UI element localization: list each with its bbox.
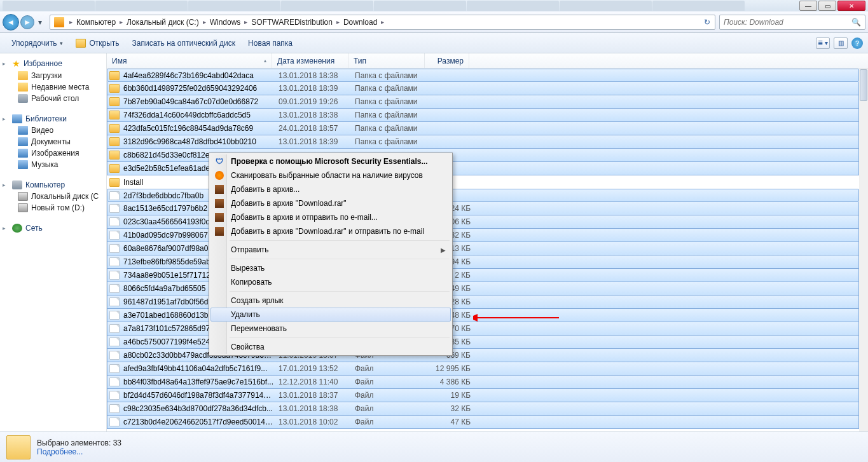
- sidebar-favorites-header[interactable]: ▸★Избранное: [0, 57, 106, 70]
- context-menu-item[interactable]: Удалить: [210, 308, 451, 322]
- sidebar-libraries-header[interactable]: ▸Библиотеки: [0, 113, 106, 125]
- column-name[interactable]: Имя▴: [107, 53, 272, 68]
- close-button[interactable]: ✕: [837, 1, 865, 11]
- new-folder-button[interactable]: Новая папка: [242, 36, 299, 50]
- forward-button[interactable]: ►: [20, 15, 34, 29]
- chevron-right-icon[interactable]: ▸: [334, 18, 342, 25]
- archive-icon: [214, 226, 224, 236]
- status-details-link[interactable]: Подробнее...: [37, 447, 121, 456]
- tab[interactable]: [467, 1, 559, 11]
- chevron-right-icon[interactable]: ▸: [200, 18, 209, 25]
- tab[interactable]: [652, 1, 745, 11]
- file-date: 13.01.2018 10:02: [273, 418, 350, 426]
- sidebar-network-header[interactable]: ▸Сеть: [0, 222, 106, 234]
- context-menu-item[interactable]: Сканировать выбранные области на наличие…: [210, 168, 451, 182]
- file-name: bb84f03fbd48a64a13ffef975ae9c7e1516bf...: [123, 377, 273, 386]
- sidebar-computer-header[interactable]: ▸Компьютер: [0, 179, 106, 191]
- context-menu-item[interactable]: 🛡Проверка с помощью Microsoft Security E…: [210, 154, 451, 168]
- file-row[interactable]: 4af4ea6289f46c73b169c4abd042daca 13.01.2…: [107, 69, 859, 82]
- file-row[interactable]: 74f326dda14c60c449dcbffc6addc5d5 13.01.2…: [107, 109, 859, 122]
- context-menu-item[interactable]: Копировать: [210, 275, 451, 289]
- sidebar-item-music[interactable]: Музыка: [0, 159, 106, 170]
- scrollbar[interactable]: [859, 69, 868, 431]
- minimize-button[interactable]: —: [799, 1, 817, 11]
- tab[interactable]: [3, 1, 95, 11]
- context-menu-item[interactable]: Переименовать: [210, 322, 451, 336]
- view-options-button[interactable]: ≣ ▾: [816, 37, 830, 49]
- file-row[interactable]: bf2d4d457d6046df198a78f3df4a73779142... …: [107, 389, 859, 402]
- sidebar-item-videos[interactable]: Видео: [0, 125, 106, 136]
- file-row[interactable]: bb84f03fbd48a64a13ffef975ae9c7e1516bf...…: [107, 376, 859, 389]
- context-menu-item[interactable]: Свойства: [210, 340, 451, 354]
- file-icon: [109, 217, 120, 226]
- nav-history-dropdown[interactable]: ▾: [36, 14, 45, 31]
- refresh-icon[interactable]: ↻: [701, 16, 713, 29]
- document-icon: [18, 137, 28, 146]
- context-menu-label: Добавить в архив "Download.rar" и отправ…: [231, 227, 424, 236]
- file-date: 13.01.2018 18:38: [273, 404, 350, 413]
- back-button[interactable]: ◄: [3, 14, 19, 31]
- search-icon[interactable]: 🔍: [851, 18, 861, 27]
- file-row[interactable]: 7b87eb90a049ca84a67c07d0e0d66872 09.01.2…: [107, 95, 859, 109]
- status-selected-count: Выбрано элементов: 33: [37, 438, 121, 447]
- file-name: 6bb360d14989725fe02d659043292406: [123, 84, 273, 93]
- file-icon: [109, 244, 120, 253]
- maximize-button[interactable]: ▭: [818, 1, 836, 11]
- column-size[interactable]: Размер: [425, 53, 469, 68]
- context-menu-item[interactable]: Вырезать: [210, 261, 451, 275]
- sidebar-item-pictures[interactable]: Изображения: [0, 147, 106, 159]
- sidebar-item-drive-c[interactable]: Локальный диск (C: [0, 191, 106, 202]
- search-input[interactable]: [724, 18, 851, 27]
- context-menu-item[interactable]: Добавить в архив...: [210, 182, 451, 196]
- context-menu-item[interactable]: Добавить в архив и отправить по e-mail..…: [210, 210, 451, 224]
- sidebar-item-downloads[interactable]: Загрузки: [0, 70, 106, 81]
- burn-disc-button[interactable]: Записать на оптический диск: [126, 36, 242, 50]
- context-menu-item[interactable]: Добавить в архив "Download.rar" и отправ…: [210, 224, 451, 238]
- file-row[interactable]: 6bb360d14989725fe02d659043292406 13.01.2…: [107, 82, 859, 95]
- column-type[interactable]: Тип: [348, 53, 425, 68]
- tab[interactable]: [95, 1, 188, 11]
- chevron-right-icon[interactable]: ▸: [117, 18, 125, 25]
- help-button[interactable]: ?: [851, 37, 863, 49]
- breadcrumb-segment[interactable]: Локальный диск (C:): [125, 15, 200, 29]
- chevron-right-icon[interactable]: ▸: [378, 18, 387, 25]
- context-menu-label: Добавить в архив и отправить по e-mail..…: [231, 213, 378, 222]
- sidebar-item-desktop[interactable]: Рабочий стол: [0, 93, 106, 104]
- context-menu-label: Добавить в архив...: [231, 185, 300, 194]
- file-row[interactable]: 3182d96c9968ca487d8dfbd410bb0210 13.01.2…: [107, 135, 859, 149]
- sidebar-item-drive-d[interactable]: Новый том (D:): [0, 202, 106, 214]
- tab[interactable]: [281, 1, 373, 11]
- sidebar-item-documents[interactable]: Документы: [0, 136, 106, 147]
- tab[interactable]: [374, 1, 466, 11]
- file-row[interactable]: c7213b0d4e206246620517f7d9eed50014e55e0f…: [107, 416, 859, 429]
- file-icon: [109, 404, 120, 413]
- status-bar: Выбрано элементов: 33 Подробнее...: [0, 431, 868, 462]
- context-menu-label: Переименовать: [231, 324, 287, 333]
- file-row[interactable]: 423dfa5c015fc196c88454ad9da78c69 24.01.2…: [107, 122, 859, 135]
- context-menu-item[interactable]: Добавить в архив "Download.rar": [210, 196, 451, 210]
- breadcrumb-segment[interactable]: Download: [342, 15, 378, 29]
- tab[interactable]: [560, 1, 652, 11]
- file-row[interactable]: afed9a3fbf49bb41106a04a2dfb5c7161f9... 1…: [107, 362, 859, 376]
- preview-pane-button[interactable]: ▥: [834, 37, 848, 49]
- context-menu-item[interactable]: Создать ярлык: [210, 294, 451, 308]
- breadcrumb[interactable]: ▸ Компьютер ▸ Локальный диск (C:) ▸ Wind…: [50, 15, 715, 30]
- search-box[interactable]: 🔍: [719, 15, 865, 30]
- open-button[interactable]: Открыть: [69, 36, 125, 50]
- file-type: Папка с файлами: [350, 97, 426, 106]
- breadcrumb-segment[interactable]: SOFTWAREDistribution: [250, 15, 334, 29]
- breadcrumb-segment[interactable]: Windows: [209, 15, 242, 29]
- tab[interactable]: [188, 1, 280, 11]
- scrollbar-thumb[interactable]: [860, 69, 867, 101]
- context-menu-label: Вырезать: [231, 264, 265, 273]
- context-menu-item[interactable]: Отправить▶: [210, 243, 451, 257]
- breadcrumb-segment[interactable]: Компьютер: [75, 15, 117, 29]
- chevron-right-icon[interactable]: ▸: [67, 18, 75, 25]
- file-name: 4af4ea6289f46c73b169c4abd042daca: [123, 71, 273, 80]
- file-name: 3182d96c9968ca487d8dfbd410bb0210: [123, 137, 273, 146]
- file-row[interactable]: c98c23035e634b3d8700df278a36d34dfcb... 1…: [107, 402, 859, 416]
- column-date[interactable]: Дата изменения: [272, 53, 348, 68]
- chevron-right-icon[interactable]: ▸: [242, 18, 250, 25]
- organize-button[interactable]: Упорядочить▾: [5, 36, 69, 50]
- sidebar-item-recent[interactable]: Недавние места: [0, 81, 106, 93]
